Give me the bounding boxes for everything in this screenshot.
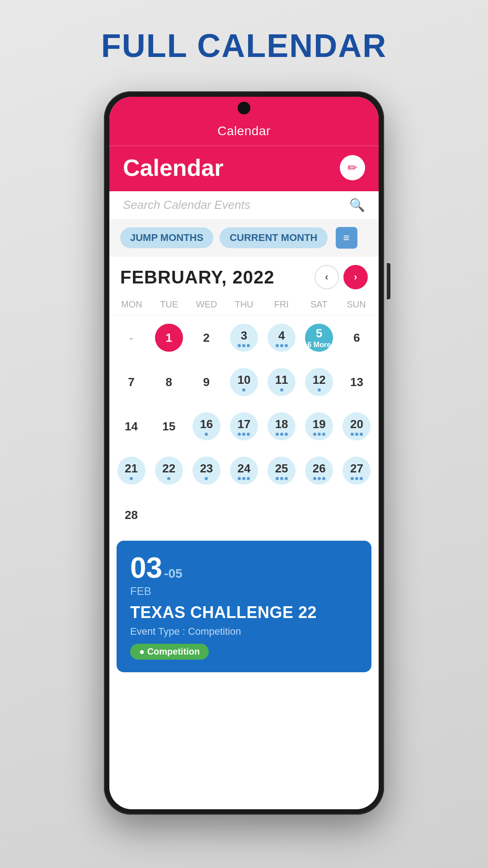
event-type: Event Type : Competition: [130, 626, 358, 637]
cal-day-24: 24: [230, 457, 258, 485]
cal-day-22: 22: [155, 457, 183, 485]
cal-day-13: 13: [343, 368, 371, 396]
phone-frame: Calendar Calendar ✏ Search Calendar Even…: [104, 91, 384, 815]
cal-cell-23[interactable]: 23: [188, 450, 225, 491]
next-month-button[interactable]: ›: [343, 265, 368, 289]
prev-month-button[interactable]: ‹: [314, 265, 339, 289]
week-1: - 1 2 3: [109, 316, 379, 360]
cal-cell-3[interactable]: 3: [225, 317, 262, 358]
search-icon[interactable]: 🔍: [349, 198, 365, 212]
more-label: 6 More: [307, 341, 331, 349]
page-title-container: FULL CALENDAR Calendar Calendar ✏ Search…: [0, 0, 488, 815]
month-title: FEBRUARY, 2022: [120, 267, 275, 288]
event-tag: ● Competition: [130, 644, 209, 660]
cal-cell-13[interactable]: 13: [338, 362, 375, 402]
cal-day-17: 17: [230, 412, 258, 440]
cal-day-21: 21: [117, 457, 145, 485]
cal-cell-empty-5: [301, 495, 338, 535]
event-type-value: Competition: [188, 626, 241, 637]
cal-day-27: 27: [343, 457, 371, 485]
cal-cell-empty: -: [113, 317, 150, 358]
cal-day-10: 10: [230, 368, 258, 396]
cal-cell-10[interactable]: 10: [225, 362, 262, 402]
day-header-wed: WED: [188, 297, 225, 311]
cal-cell-20[interactable]: 20: [338, 406, 375, 447]
cal-day-3: 3: [230, 324, 258, 352]
cal-cell-empty-4: [263, 495, 300, 535]
cal-day-1: 1: [155, 324, 183, 352]
day-header-fri: FRI: [263, 297, 300, 311]
cal-cell-16[interactable]: 16: [188, 406, 225, 447]
week-5: 28: [109, 493, 379, 537]
cal-day-14: 14: [117, 412, 145, 440]
week-4: 21 22 23: [109, 448, 379, 493]
month-header: FEBRUARY, 2022 ‹ ›: [109, 257, 379, 297]
cal-day-6: 6: [343, 324, 371, 352]
cal-cell-25[interactable]: 25: [263, 450, 300, 491]
cal-cell-12[interactable]: 12: [301, 362, 338, 402]
cal-day-26: 26: [305, 457, 333, 485]
cal-cell-empty-1: [150, 495, 187, 535]
cal-cell-26[interactable]: 26: [301, 450, 338, 491]
day-headers: MON TUE WED THU FRI SAT SUN: [109, 297, 379, 316]
cal-cell-8[interactable]: 8: [150, 362, 187, 402]
cal-day-20: 20: [343, 412, 371, 440]
cal-cell-21[interactable]: 21: [113, 450, 150, 491]
cal-cell-18[interactable]: 18: [263, 406, 300, 447]
cal-cell-11[interactable]: 11: [263, 362, 300, 402]
event-month: FEB: [130, 585, 358, 598]
cal-day-4: 4: [267, 324, 296, 352]
cal-day-8: 8: [155, 368, 183, 396]
cal-cell-15[interactable]: 15: [150, 406, 187, 447]
event-day-number: 03: [130, 553, 162, 582]
calendar-header: Calendar ✏: [109, 146, 379, 191]
cal-day-11: 11: [267, 368, 296, 396]
event-card[interactable]: 03 -05 FEB TEXAS CHALLENGE 22 Event Type…: [117, 541, 371, 672]
cal-day-28: 28: [117, 501, 145, 529]
edit-button[interactable]: ✏: [340, 155, 365, 180]
cal-day-12: 12: [305, 368, 333, 396]
cal-cell-14[interactable]: 14: [113, 406, 150, 447]
cal-cell-4[interactable]: 4: [263, 317, 300, 358]
cal-cell-5[interactable]: 5 6 More: [301, 317, 338, 358]
jump-months-chip[interactable]: JUMP MONTHS: [120, 227, 213, 248]
event-date: 03 -05: [130, 553, 358, 582]
cal-day-19: 19: [305, 412, 333, 440]
day-header-sun: SUN: [338, 297, 375, 311]
cal-cell-1[interactable]: 1: [150, 317, 187, 358]
filter-icon-button[interactable]: ≡: [336, 227, 357, 249]
cal-cell-19[interactable]: 19: [301, 406, 338, 447]
app-bar-title: Calendar: [217, 124, 271, 138]
app-bar: Calendar: [109, 119, 379, 146]
cal-cell-27[interactable]: 27: [338, 450, 375, 491]
day-header-sat: SAT: [300, 297, 338, 311]
current-month-chip[interactable]: CURRENT MONTH: [220, 227, 327, 248]
cal-day-18: 18: [267, 412, 296, 440]
cal-day-25: 25: [267, 457, 296, 485]
cal-day-7: 7: [117, 368, 145, 396]
cal-cell-17[interactable]: 17: [225, 406, 262, 447]
cal-cell-22[interactable]: 22: [150, 450, 187, 491]
cal-cell-empty-6: [338, 495, 375, 535]
cal-day-16: 16: [192, 412, 221, 440]
cal-cell-7[interactable]: 7: [113, 362, 150, 402]
cal-cell-empty-3: [225, 495, 262, 535]
cal-cell-6[interactable]: 6: [338, 317, 375, 358]
cal-cell-28[interactable]: 28: [113, 495, 150, 535]
cal-day-15: 15: [155, 412, 183, 440]
day-header-mon: MON: [113, 297, 150, 311]
week-2: 7 8 9 10: [109, 360, 379, 404]
cal-day-empty: -: [117, 324, 145, 352]
cal-cell-9[interactable]: 9: [188, 362, 225, 402]
camera-cutout: [238, 102, 250, 114]
cal-day-2: 2: [192, 324, 221, 352]
day-header-thu: THU: [225, 297, 263, 311]
cal-cell-2[interactable]: 2: [188, 317, 225, 358]
week-3: 14 15 16 17: [109, 404, 379, 448]
side-button: [387, 263, 390, 299]
search-bar[interactable]: Search Calendar Events 🔍: [109, 191, 379, 219]
page-title: FULL CALENDAR: [101, 27, 387, 64]
cal-cell-24[interactable]: 24: [225, 450, 262, 491]
day-header-tue: TUE: [150, 297, 188, 311]
phone-screen: Calendar Calendar ✏ Search Calendar Even…: [109, 97, 379, 809]
